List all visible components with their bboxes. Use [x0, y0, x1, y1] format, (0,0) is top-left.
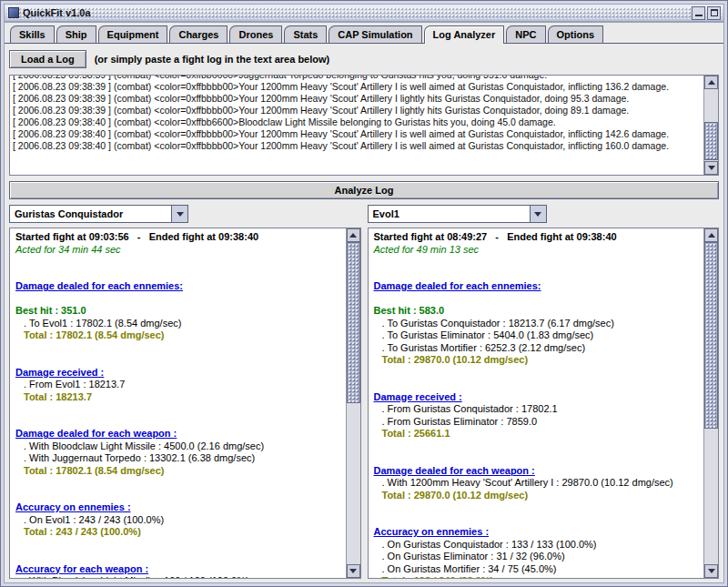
report-line-item: . From Guristas Eliminator : 7859.0 — [374, 416, 699, 429]
report-text-left: Started fight at 09:03:56 - Ended fight … — [10, 228, 346, 578]
scroll-down-button[interactable] — [347, 564, 360, 578]
scroll-up-button[interactable] — [347, 228, 360, 242]
scroll-up-button[interactable] — [704, 228, 718, 242]
report-line-total: Total : 18213.7 — [15, 391, 340, 404]
report-line-acted: Acted for 34 min 44 sec — [15, 244, 340, 257]
report-line-total: Total : 29870.0 (10.12 dmg/sec) — [374, 354, 699, 367]
report-line-total: Total : 17802.1 (8.54 dmg/sec) — [15, 329, 340, 342]
report-line-blank — [374, 501, 699, 514]
analyze-log-button[interactable]: Analyze Log — [9, 181, 719, 199]
chevron-down-icon — [177, 212, 184, 217]
report-line-blank — [15, 490, 340, 502]
tab-equipment[interactable]: Equipment — [98, 25, 168, 43]
tab-charges[interactable]: Charges — [169, 25, 228, 43]
scrollbar-track[interactable] — [347, 242, 360, 564]
report-line-blank — [15, 293, 340, 306]
report-line-blank — [374, 256, 699, 268]
report-line-item: . To Guristas Conquistador : 18213.7 (6.… — [374, 318, 699, 330]
log-textarea[interactable]: [ 2006.08.23 09:38:39 ] (combat) <color=… — [9, 75, 719, 176]
load-row: Load a Log (or simply paste a fight log … — [9, 48, 719, 70]
report-panes: Started fight at 09:03:56 - Ended fight … — [9, 228, 719, 579]
scroll-down-button[interactable] — [704, 564, 718, 578]
scrollbar-thumb[interactable] — [347, 242, 360, 403]
scrollbar-track[interactable] — [704, 89, 718, 161]
tab-stats[interactable]: Stats — [284, 25, 327, 43]
report-pane-right[interactable]: Started fight at 08:49:27 - Ended fight … — [368, 228, 720, 579]
scroll-down-button[interactable] — [704, 161, 718, 175]
report-line-blank — [374, 268, 699, 281]
report-line-item: . On Evol1 : 243 / 243 (100.0%) — [15, 514, 340, 527]
report-line-blank — [15, 416, 340, 429]
tab-options[interactable]: Options — [548, 25, 604, 43]
tab-bar: SkillsShipEquipmentChargesDronesStatsCAP… — [5, 23, 723, 44]
combobox-value: Guristas Conquistador — [10, 206, 171, 222]
report-line-start: Started fight at 08:49:27 - Ended fight … — [374, 231, 699, 244]
arrow-down-icon — [708, 569, 715, 573]
log-line: [ 2006.08.23 09:38:39 ] (combat) <color=… — [13, 93, 701, 105]
arrow-down-icon — [708, 166, 715, 170]
arrow-up-icon — [708, 80, 715, 85]
enemy-combobox-right[interactable]: Evol1 — [368, 205, 547, 223]
right-column-combo-area: Evol1 — [368, 205, 720, 223]
log-line: [ 2006.08.23 09:38:40 ] (combat) <color=… — [13, 140, 701, 152]
right-report-scrollbar[interactable] — [703, 228, 718, 578]
report-line-blank — [374, 514, 699, 527]
report-line-item: . To Guristas Eliminator : 5404.0 (1.83 … — [374, 329, 699, 342]
report-line-best: Best hit : 583.0 — [374, 305, 699, 318]
combobox-arrow-button[interactable] — [171, 206, 187, 222]
scrollbar-track[interactable] — [704, 242, 718, 564]
report-line-blank — [374, 452, 699, 465]
scroll-up-button[interactable] — [704, 76, 718, 89]
report-line-item: . With Bloodclaw Light Missile : 4500.0 … — [15, 440, 340, 453]
window-title: QuickFit v1.0a — [23, 7, 91, 18]
report-line-item: . From Evol1 : 18213.7 — [15, 379, 340, 391]
tab-npc[interactable]: NPC — [506, 25, 545, 43]
tab-skills[interactable]: Skills — [10, 25, 55, 43]
enemy-combobox-left[interactable]: Guristas Conquistador — [9, 205, 188, 223]
report-line-item: . From Guristas Conquistador : 17802.1 — [374, 403, 699, 416]
combobox-value: Evol1 — [369, 206, 530, 222]
report-line-acted: Acted for 49 min 13 sec — [374, 244, 699, 257]
scrollbar-thumb[interactable] — [704, 122, 718, 161]
left-report-scrollbar[interactable] — [346, 228, 360, 578]
report-line-blank — [374, 293, 699, 306]
titlebar[interactable]: QuickFit v1.0a — [4, 4, 724, 22]
chevron-down-icon — [534, 212, 541, 217]
titlebar-texture — [6, 6, 722, 19]
report-pane-left[interactable]: Started fight at 09:03:56 - Ended fight … — [9, 228, 361, 579]
maximize-icon — [711, 9, 718, 16]
tab-ship[interactable]: Ship — [56, 25, 96, 43]
report-line-blank — [15, 551, 340, 563]
report-line-blank — [15, 354, 340, 367]
tab-drones[interactable]: Drones — [229, 25, 282, 43]
report-line-item: . On Guristas Conquistador : 133 / 133 (… — [374, 539, 699, 552]
report-line-blank — [15, 256, 340, 268]
report-line-item: . To Evol1 : 17802.1 (8.54 dmg/sec) — [15, 318, 340, 330]
log-text-viewport[interactable]: [ 2006.08.23 09:38:39 ] (combat) <color=… — [10, 76, 703, 175]
log-analyzer-panel: Load a Log (or simply paste a fight log … — [5, 44, 723, 582]
left-column-combo-area: Guristas Conquistador — [9, 205, 361, 223]
log-scrollbar[interactable] — [703, 76, 718, 175]
load-log-button[interactable]: Load a Log — [9, 50, 86, 68]
report-line-blank — [374, 440, 699, 453]
report-line-item: . On Guristas Mortifier : 34 / 75 (45.0%… — [374, 563, 699, 576]
log-line: [ 2006.08.23 09:38:40 ] (combat) <color=… — [13, 116, 701, 128]
report-line-item: . On Guristas Eliminator : 31 / 32 (96.0… — [374, 551, 699, 563]
report-line-header: Damage received : — [15, 367, 340, 380]
app-icon — [8, 7, 19, 18]
tab-log-analyzer[interactable]: Log Analyzer — [424, 25, 505, 44]
report-line-header: Damage dealed for each weapon : — [374, 465, 699, 478]
scrollbar-thumb[interactable] — [704, 242, 718, 429]
report-line-blank — [374, 367, 699, 380]
maximize-button[interactable] — [707, 6, 721, 20]
report-line-item: . With Juggernaut Torpedo : 13302.1 (6.3… — [15, 452, 340, 465]
minimize-button[interactable] — [692, 6, 705, 20]
tab-cap-simulation[interactable]: CAP Simulation — [329, 25, 421, 43]
report-line-total: Total : 25661.1 — [374, 428, 699, 440]
report-line-header: Accuracy on ennemies : — [374, 526, 699, 539]
report-line-header: Damage received : — [374, 391, 699, 404]
log-line: [ 2006.08.23 09:38:39 ] (combat) <color=… — [13, 105, 701, 116]
combobox-arrow-button[interactable] — [530, 206, 546, 222]
arrow-up-icon — [708, 233, 715, 238]
app-body: SkillsShipEquipmentChargesDronesStatsCAP… — [4, 22, 724, 583]
